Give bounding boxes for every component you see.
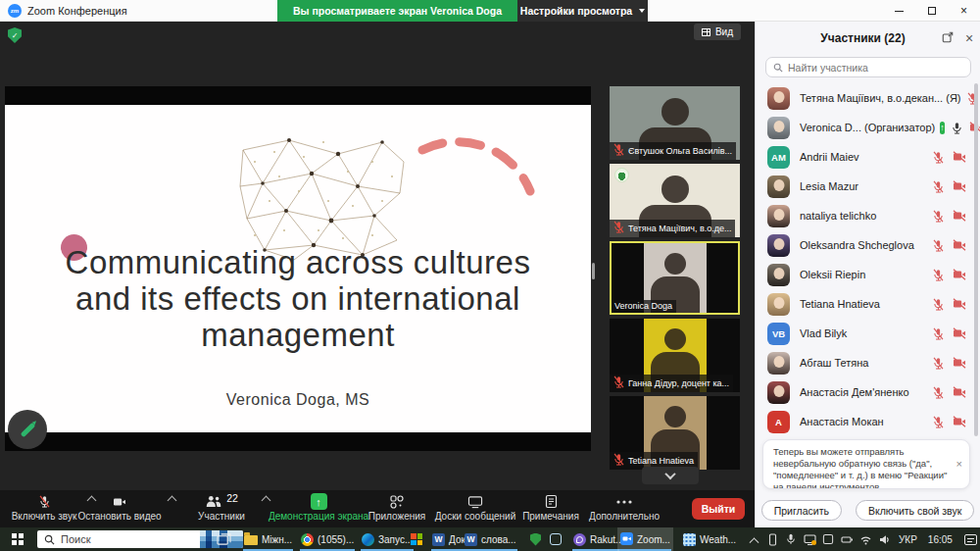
video-tile[interactable]: Тетяна Маціївич, в.о.де... [610, 164, 740, 237]
screen-share-tray-icon[interactable] [803, 532, 816, 546]
popout-icon[interactable] [937, 31, 958, 46]
windows-logo-icon [12, 533, 24, 545]
participant-row[interactable]: Tetiana Hnatieva [756, 289, 980, 319]
person-silhouette [662, 175, 689, 203]
taskbar-app-word[interactable]: Wслова... [462, 527, 519, 551]
toolbar-label: Остановить видео [73, 511, 167, 523]
speaker-icon[interactable] [877, 532, 891, 546]
close-panel-icon[interactable]: × [958, 30, 980, 46]
annotate-button[interactable] [8, 410, 47, 449]
participant-row[interactable]: nataliya telichko [756, 201, 980, 230]
taskbar-app-calendar[interactable]: Weath... [680, 527, 739, 551]
chevron-up-icon[interactable] [168, 496, 177, 506]
collapse-strip-button[interactable] [642, 467, 699, 484]
video-tile[interactable]: Tetiana Hnatieva [610, 396, 740, 470]
taskbar-app-sync[interactable] [547, 527, 564, 551]
avatar [767, 352, 790, 375]
participant-row[interactable]: Oleksandra Shcheglova [756, 230, 980, 260]
participant-row[interactable]: VBVlad Bilyk [756, 319, 980, 348]
meeting-area: ✓ Вид [0, 22, 755, 527]
video-off-icon [952, 298, 966, 310]
avatar [767, 381, 790, 404]
taskbar-app-folder[interactable]: Міжн... [241, 527, 295, 551]
avatar [767, 234, 790, 257]
participant-search[interactable] [765, 57, 971, 77]
clock[interactable]: 16:05 [925, 534, 956, 545]
tile-name: Тетяна Маціївич, в.о.де... [628, 224, 731, 233]
system-tray: УКР 16:05 [747, 527, 977, 551]
participant-name: Lesia Mazur [800, 180, 858, 192]
close-button[interactable]: × [948, 0, 980, 22]
security-shield-icon[interactable]: ✓ [8, 27, 22, 43]
toolbar-participants[interactable]: 22Участники [182, 492, 261, 526]
notification-badge [811, 540, 816, 545]
participant-row[interactable]: Oleksii Riepin [756, 260, 980, 289]
restore-button[interactable] [915, 0, 948, 22]
participant-row[interactable]: AMAndrii Maiev [756, 142, 980, 172]
avatar-face [773, 238, 784, 250]
participant-name: nataliya telichko [800, 210, 876, 222]
mic-muted-icon [931, 239, 946, 252]
participant-name: Veronica D... (Организатор) [800, 122, 935, 133]
action-center-icon[interactable] [964, 534, 977, 545]
video-off-icon [952, 210, 966, 222]
participant-name: Andrii Maiev [800, 151, 859, 163]
start-button[interactable] [0, 527, 35, 551]
video-tile[interactable]: Veronica Doga [610, 241, 740, 315]
toolbar-notes[interactable]: Примечания [521, 492, 580, 526]
person-silhouette [664, 253, 686, 275]
taskbar-app-chrome[interactable]: (1055)... [298, 527, 357, 551]
tray-expand-icon[interactable] [747, 532, 760, 546]
mic-tray-icon[interactable] [784, 532, 798, 546]
toolbar-label: Демонстрация экрана [265, 511, 372, 523]
sync-tray-icon[interactable] [821, 532, 835, 546]
toolbar-more[interactable]: Дополнительно [586, 492, 662, 526]
battery-icon[interactable] [840, 532, 854, 546]
view-layout-button[interactable]: Вид [694, 24, 741, 40]
language-indicator[interactable]: УКР [896, 534, 920, 545]
mic-muted-icon [931, 269, 946, 281]
viber-icon [573, 533, 586, 546]
invite-button[interactable]: Пригласить [761, 500, 842, 521]
tile-name: Євтушок Ольга Василів... [628, 146, 732, 156]
participant-row[interactable]: ААнастасія Мокан [756, 407, 980, 436]
task-view-button[interactable] [211, 527, 236, 551]
minimize-button[interactable] [883, 0, 915, 22]
toolbar-share-screen[interactable]: ↑Демонстрация экрана [265, 492, 372, 526]
avatar [767, 175, 790, 198]
slide-title: Communicating across cultures and its ef… [34, 244, 562, 353]
taskbar-app-label: Міжн... [262, 534, 292, 545]
mic-muted-icon [931, 357, 946, 370]
avatar: AM [767, 146, 790, 169]
phone-icon[interactable] [765, 532, 779, 546]
participant-row[interactable]: Veronica D... (Организатор)↑ [756, 113, 980, 142]
taskbar-app-zoom[interactable]: Zoom... [617, 527, 673, 551]
participant-name: Тетяна Маціївич, в.о.декан... (Я) [800, 92, 960, 104]
toolbar-whiteboards[interactable]: Доски сообщений [431, 492, 519, 526]
meeting-toolbar: Выйти Включить звукОстановить видео22Уча… [0, 490, 755, 527]
participant-row[interactable]: Абгаш Тетяна [756, 348, 980, 377]
panel-scrollbar[interactable] [974, 83, 978, 436]
search-input[interactable] [788, 62, 963, 74]
toast-text: Теперь вы можете отправлять невербальную… [773, 446, 948, 489]
chevron-down-icon [664, 469, 675, 479]
unmute-self-button[interactable]: Включить свой звук [856, 500, 974, 521]
wifi-icon[interactable] [858, 532, 872, 546]
participant-row[interactable]: Тетяна Маціївич, в.о.декан... (Я) [756, 83, 980, 113]
stage-scrollbar[interactable] [592, 263, 595, 279]
video-tile[interactable]: Ганна Дідур, доцент ка... [610, 319, 740, 392]
zoom-window: zm Zoom Конференция Вы просматриваете эк… [0, 0, 980, 551]
participant-row[interactable]: Lesia Mazur [756, 172, 980, 201]
toast-close-icon[interactable]: × [956, 458, 962, 470]
toolbar-apps[interactable]: Приложения [365, 492, 429, 526]
participant-row[interactable]: Анастасія Дем'яненко [756, 377, 980, 407]
taskbar-app-office[interactable] [408, 527, 425, 551]
zoom-icon [620, 532, 633, 547]
view-settings-label: Настройки просмотра [520, 5, 632, 17]
leave-button[interactable]: Выйти [692, 498, 745, 520]
avatar-face [773, 385, 784, 397]
taskbar-app-shield[interactable] [527, 527, 544, 551]
toolbar-stop-video[interactable]: Остановить видео [73, 492, 167, 526]
view-settings-dropdown[interactable]: Настройки просмотра [517, 0, 648, 22]
video-tile[interactable]: Євтушок Ольга Василів... [610, 86, 740, 160]
